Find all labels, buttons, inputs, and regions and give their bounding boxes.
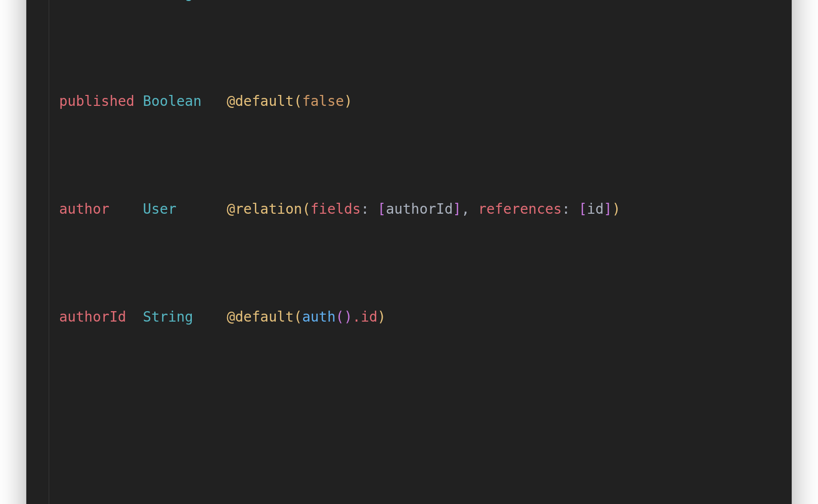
code-window: model Post { id String @id @default(cuid… bbox=[26, 0, 792, 504]
paren: ( bbox=[302, 201, 311, 217]
paren: ) bbox=[378, 309, 386, 325]
indent-guide bbox=[49, 0, 49, 504]
paren: ) bbox=[612, 201, 621, 217]
fn-call: auth bbox=[302, 309, 335, 325]
kw: references bbox=[478, 201, 562, 217]
field-type: String bbox=[143, 0, 193, 1]
field-type: Boolean bbox=[143, 93, 210, 109]
field-type: String bbox=[143, 309, 210, 325]
colon: : bbox=[562, 201, 570, 217]
field-type: User bbox=[143, 201, 210, 217]
colon: : bbox=[361, 201, 369, 217]
code-line: authorId String @default(auth().id) bbox=[42, 306, 776, 328]
attr: @default bbox=[227, 93, 294, 109]
code-line: author User @relation(fields: [authorId]… bbox=[42, 198, 776, 220]
prop: .id bbox=[352, 309, 378, 325]
kw: fields bbox=[311, 201, 361, 217]
blank-line bbox=[42, 392, 776, 414]
attr: @relation bbox=[227, 201, 302, 217]
literal: false bbox=[302, 93, 344, 109]
paren: ) bbox=[344, 93, 352, 109]
paren: () bbox=[335, 309, 352, 325]
ident: id bbox=[587, 201, 604, 217]
attr: @default bbox=[227, 309, 294, 325]
field-name: authorId bbox=[59, 309, 135, 325]
bracket: [ bbox=[578, 201, 587, 217]
comma: , bbox=[461, 201, 470, 217]
field-name: title bbox=[59, 0, 135, 1]
code-editor[interactable]: model Post { id String @id @default(cuid… bbox=[26, 0, 792, 504]
code-line: title String bbox=[42, 0, 776, 4]
paren: ( bbox=[294, 93, 302, 109]
field-name: author bbox=[59, 201, 135, 217]
field-name: published bbox=[59, 93, 135, 109]
code-line: published Boolean @default(false) bbox=[42, 90, 776, 112]
bracket: [ bbox=[378, 201, 386, 217]
code-line: // author has full access bbox=[42, 500, 776, 504]
paren: ( bbox=[294, 309, 302, 325]
bracket: ] bbox=[604, 201, 612, 217]
bracket: ] bbox=[453, 201, 461, 217]
ident: authorId bbox=[386, 201, 453, 217]
